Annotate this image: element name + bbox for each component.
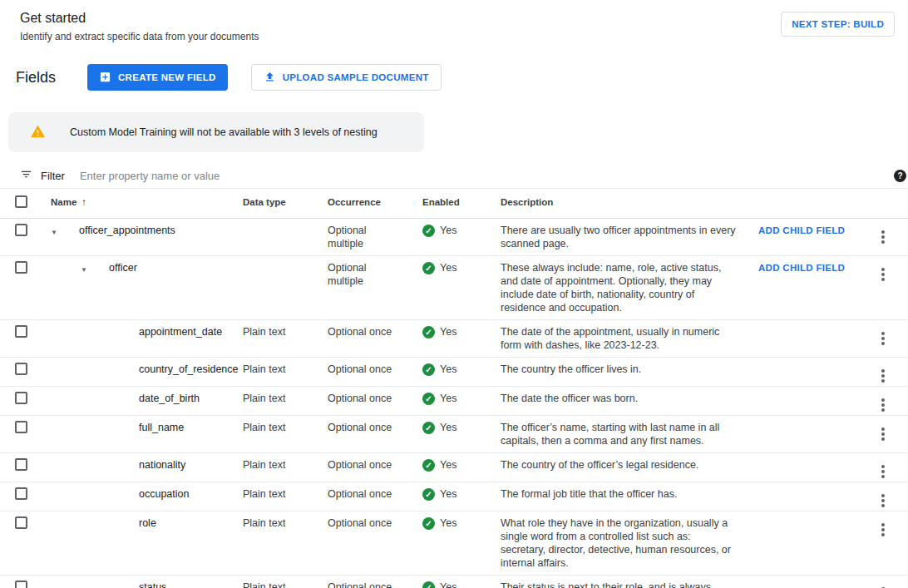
table-row: country_of_residence Plain text Optional… <box>0 358 908 387</box>
more-options-icon[interactable] <box>881 403 885 407</box>
table-row: full_name Plain text Optional once Yes T… <box>0 416 908 453</box>
enabled-label: Yes <box>440 458 456 472</box>
column-header-name[interactable]: Name <box>40 189 233 218</box>
column-header-name-label: Name <box>51 195 76 209</box>
warning-message: Custom Model Training will not be availa… <box>70 126 378 138</box>
field-data-type: Plain text <box>233 576 318 588</box>
field-description: There are usually two officer appointmen… <box>491 219 748 255</box>
field-name: role <box>139 516 156 530</box>
field-data-type: Plain text <box>233 453 318 482</box>
column-header-occurrence: Occurrence <box>318 189 412 218</box>
field-description: The date the officer was born. <box>491 387 748 415</box>
enabled-label: Yes <box>440 581 456 588</box>
field-data-type: Plain text <box>233 482 318 511</box>
field-description: The country the officer lives in. <box>491 358 748 386</box>
enabled-check-icon <box>422 422 435 434</box>
row-checkbox[interactable] <box>15 325 27 338</box>
row-checkbox[interactable] <box>15 363 27 375</box>
field-occurrence: Optional once <box>318 482 412 511</box>
fields-toolbar: Fields CREATE NEW FIELD UPLOAD SAMPLE DO… <box>16 64 908 91</box>
row-checkbox[interactable] <box>15 516 27 529</box>
collapse-arrow-icon[interactable] <box>81 261 91 277</box>
more-options-icon[interactable] <box>881 235 885 239</box>
field-description: The formal job title that the officer ha… <box>491 482 748 511</box>
enabled-label: Yes <box>440 261 456 274</box>
row-checkbox[interactable] <box>15 458 27 471</box>
enabled-label: Yes <box>440 516 456 530</box>
table-row: appointment_date Plain text Optional onc… <box>0 320 908 358</box>
field-description: Their status is next to their role, and … <box>491 576 748 588</box>
page-header: Get started Identify and extract specifi… <box>0 0 908 42</box>
create-new-field-label: CREATE NEW FIELD <box>118 72 216 82</box>
field-data-type: Plain text <box>233 416 318 452</box>
more-options-icon[interactable] <box>881 432 885 436</box>
page-title: Get started <box>20 10 259 27</box>
field-occurrence: Optional once <box>318 511 412 575</box>
more-options-icon[interactable] <box>881 528 885 531</box>
enabled-check-icon <box>422 393 435 405</box>
field-name: appointment_date <box>139 325 222 338</box>
enabled-label: Yes <box>440 392 456 405</box>
enabled-check-icon <box>422 517 435 530</box>
enabled-label: Yes <box>440 325 456 338</box>
field-occurrence: Optional once <box>318 387 412 415</box>
row-checkbox[interactable] <box>15 421 27 433</box>
field-name: date_of_birth <box>139 392 200 405</box>
enabled-label: Yes <box>440 487 456 501</box>
filter-bar: Filter <box>0 164 908 189</box>
fields-section-title: Fields <box>16 69 56 86</box>
create-new-field-button[interactable]: CREATE NEW FIELD <box>87 64 228 91</box>
row-checkbox[interactable] <box>15 581 27 588</box>
field-occurrence: Optional multiple <box>318 256 412 319</box>
enabled-check-icon <box>422 459 435 472</box>
table-body: officer_appointments Optional multiple Y… <box>0 219 908 588</box>
next-step-build-button[interactable]: NEXT STEP: BUILD <box>781 12 895 37</box>
table-header: Name Data type Occurrence Enabled Descri… <box>0 189 908 219</box>
field-occurrence: Optional multiple <box>318 219 412 255</box>
filter-input[interactable] <box>78 169 908 183</box>
more-options-icon[interactable] <box>881 337 885 340</box>
field-name: status <box>139 581 166 588</box>
table-row: officer Optional multiple Yes These alwa… <box>0 256 908 320</box>
field-name: country_of_residence <box>139 363 239 376</box>
sort-ascending-icon <box>81 195 86 209</box>
field-description: What role they have in the organization,… <box>491 511 748 575</box>
more-options-icon[interactable] <box>881 374 885 378</box>
table-row: date_of_birth Plain text Optional once Y… <box>0 387 908 416</box>
row-checkbox[interactable] <box>15 487 27 500</box>
field-data-type: Plain text <box>233 358 318 386</box>
more-options-icon[interactable] <box>881 273 885 276</box>
table-row: status Plain text Optional once Yes Thei… <box>0 576 908 588</box>
table-row: nationality Plain text Optional once Yes… <box>0 453 908 482</box>
field-occurrence: Optional once <box>318 358 412 386</box>
field-description: These always include: name, role, active… <box>491 256 748 319</box>
row-checkbox[interactable] <box>15 261 27 274</box>
add-child-field-button[interactable]: ADD CHILD FIELD <box>758 263 845 273</box>
field-data-type: Plain text <box>233 511 318 575</box>
upload-sample-document-button[interactable]: UPLOAD SAMPLE DOCUMENT <box>251 64 442 91</box>
field-data-type <box>233 256 318 319</box>
add-child-field-button[interactable]: ADD CHILD FIELD <box>758 225 845 235</box>
column-header-description: Description <box>491 189 748 218</box>
enabled-label: Yes <box>440 363 456 376</box>
row-checkbox[interactable] <box>15 392 27 404</box>
field-description: The officer’s name, starting with last n… <box>491 416 748 452</box>
select-all-checkbox[interactable] <box>15 195 27 208</box>
field-name: officer_appointments <box>79 224 175 237</box>
collapse-arrow-icon[interactable] <box>51 224 61 240</box>
enabled-check-icon <box>422 581 435 588</box>
field-name: occupation <box>139 487 189 501</box>
filter-icon <box>20 168 32 184</box>
page-subtitle: Identify and extract specific data from … <box>20 31 259 42</box>
help-icon[interactable] <box>894 170 906 182</box>
page-header-text: Get started Identify and extract specifi… <box>20 10 259 42</box>
more-options-icon[interactable] <box>881 470 885 473</box>
filter-label: Filter <box>41 170 65 182</box>
row-checkbox[interactable] <box>15 224 27 236</box>
more-options-icon[interactable] <box>881 499 885 502</box>
field-name: nationality <box>139 458 185 472</box>
field-occurrence: Optional once <box>318 576 412 588</box>
warning-banner: Custom Model Training will not be availa… <box>8 112 424 152</box>
table-row: occupation Plain text Optional once Yes … <box>0 482 908 511</box>
enabled-check-icon <box>422 225 435 237</box>
